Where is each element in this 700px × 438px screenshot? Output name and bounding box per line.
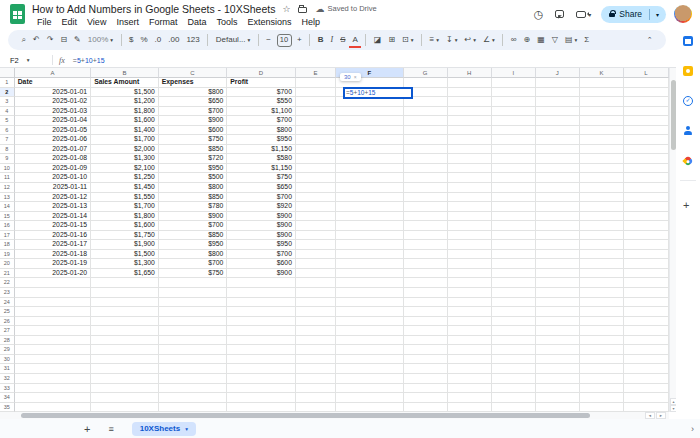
cell[interactable]	[404, 278, 448, 288]
cell[interactable]	[227, 307, 296, 317]
meet-video-icon[interactable]	[576, 11, 586, 18]
cell[interactable]: $700	[227, 88, 296, 98]
cell[interactable]	[336, 355, 404, 365]
cell[interactable]	[296, 278, 336, 288]
cell[interactable]	[15, 326, 91, 336]
cell[interactable]	[296, 173, 336, 183]
cell[interactable]	[580, 126, 624, 136]
cell[interactable]	[580, 183, 624, 193]
paint-format-icon[interactable]: ✎	[71, 31, 85, 49]
functions-icon[interactable]: Σ	[581, 31, 593, 49]
cell[interactable]	[580, 202, 624, 212]
cell[interactable]	[227, 384, 296, 394]
row-header-34[interactable]: 34	[0, 393, 15, 403]
cell[interactable]	[448, 173, 492, 183]
cell[interactable]	[91, 317, 159, 327]
zoom-caret-icon[interactable]: ▾	[110, 31, 113, 49]
fill-color-icon[interactable]: ◪	[370, 31, 385, 49]
cell[interactable]	[404, 288, 448, 298]
get-addons-plus-icon[interactable]: +	[683, 200, 689, 210]
cell[interactable]: $800	[227, 126, 296, 136]
column-header-c[interactable]: C	[159, 68, 228, 78]
cell[interactable]: $600	[159, 126, 228, 136]
format-percent-icon[interactable]: %	[137, 31, 151, 49]
cell[interactable]: $720	[159, 154, 228, 164]
cell[interactable]	[448, 259, 492, 269]
cell[interactable]	[336, 326, 404, 336]
menu-view[interactable]: View	[82, 16, 111, 28]
cell[interactable]	[448, 384, 492, 394]
cell[interactable]: 2025-01-14	[15, 212, 91, 222]
cell[interactable]	[492, 221, 536, 231]
cell[interactable]: $700	[159, 259, 228, 269]
cell[interactable]	[580, 107, 624, 117]
cell[interactable]	[536, 326, 580, 336]
cell[interactable]	[448, 336, 492, 346]
cell[interactable]	[296, 97, 336, 107]
cell[interactable]	[296, 403, 336, 412]
cell[interactable]	[159, 393, 228, 403]
cell[interactable]	[91, 307, 159, 317]
cell[interactable]	[624, 384, 669, 394]
cell[interactable]: $1,250	[91, 173, 159, 183]
cell[interactable]	[492, 202, 536, 212]
cell[interactable]	[624, 393, 669, 403]
cell[interactable]	[624, 154, 669, 164]
cell[interactable]	[624, 364, 669, 374]
cell[interactable]	[404, 212, 448, 222]
cell[interactable]: 2025-01-18	[15, 250, 91, 260]
cell[interactable]	[536, 173, 580, 183]
cell[interactable]	[536, 193, 580, 203]
cell[interactable]: Date	[15, 78, 91, 88]
cell[interactable]: $1,300	[91, 154, 159, 164]
cell[interactable]	[404, 250, 448, 260]
cell[interactable]	[336, 250, 404, 260]
tasks-icon[interactable]: ✓	[683, 96, 693, 106]
column-header-d[interactable]: D	[227, 68, 296, 78]
cell[interactable]	[15, 403, 91, 412]
row-header-7[interactable]: 7	[0, 135, 15, 145]
cell[interactable]	[296, 107, 336, 117]
cell[interactable]	[159, 355, 228, 365]
cell[interactable]	[296, 345, 336, 355]
row-header-35[interactable]: 35	[0, 403, 15, 412]
cell[interactable]	[448, 183, 492, 193]
cell[interactable]: $1,550	[91, 193, 159, 203]
cell[interactable]	[580, 288, 624, 298]
cell[interactable]	[580, 364, 624, 374]
cell[interactable]: $700	[227, 193, 296, 203]
row-header-31[interactable]: 31	[0, 364, 15, 374]
cell[interactable]	[624, 307, 669, 317]
row-header-27[interactable]: 27	[0, 326, 15, 336]
cell[interactable]	[404, 107, 448, 117]
cell[interactable]	[536, 250, 580, 260]
cell[interactable]	[404, 135, 448, 145]
cell[interactable]	[536, 97, 580, 107]
cell[interactable]	[448, 107, 492, 117]
cell[interactable]	[159, 307, 228, 317]
cell[interactable]: $600	[227, 259, 296, 269]
cell[interactable]	[624, 278, 669, 288]
move-folder-icon[interactable]	[298, 7, 307, 13]
column-header-a[interactable]: A	[15, 68, 91, 78]
cell[interactable]: $1,750	[91, 231, 159, 241]
cell[interactable]: $800	[159, 88, 228, 98]
cell[interactable]	[336, 107, 404, 117]
cell[interactable]	[296, 355, 336, 365]
cell[interactable]: 2025-01-08	[15, 154, 91, 164]
cell[interactable]: $900	[227, 231, 296, 241]
cell[interactable]	[492, 298, 536, 308]
font-family-caret-icon[interactable]: ▾	[248, 31, 251, 49]
collapse-toolbar-icon[interactable]: ⌃	[643, 31, 656, 49]
cell[interactable]	[492, 278, 536, 288]
cell[interactable]	[448, 250, 492, 260]
cell[interactable]	[91, 298, 159, 308]
row-header-14[interactable]: 14	[0, 202, 15, 212]
cell[interactable]	[296, 78, 336, 88]
cell[interactable]	[448, 221, 492, 231]
cell[interactable]	[624, 126, 669, 136]
cell[interactable]: $1,650	[91, 269, 159, 279]
cell[interactable]	[492, 193, 536, 203]
select-all-corner[interactable]	[0, 68, 15, 78]
cell[interactable]	[159, 326, 228, 336]
